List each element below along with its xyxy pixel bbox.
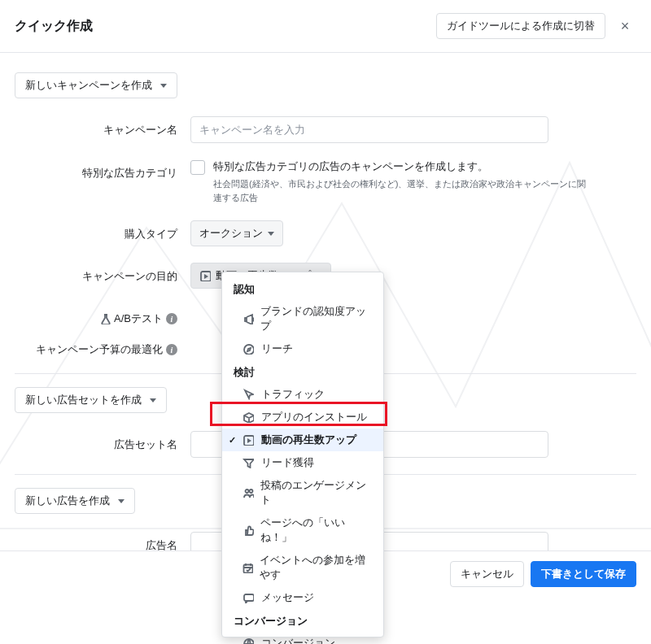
objective-option-lead-gen[interactable]: リード獲得 (222, 451, 383, 474)
option-label: アプリのインストール (261, 410, 367, 424)
option-label: メッセージ (261, 590, 314, 605)
option-label: 動画の再生数アップ (261, 433, 356, 447)
option-label: コンバージョン (261, 636, 335, 644)
option-label: 投稿のエンゲージメント (260, 478, 372, 507)
close-icon[interactable]: × (614, 15, 636, 37)
objective-option-brand-awareness[interactable]: ブランドの認知度アップ (222, 300, 383, 337)
buying-type-label: 購入タイプ (15, 220, 177, 242)
save-draft-button[interactable]: 下書きとして保存 (531, 561, 636, 587)
option-label: イベントへの参加を増やす (260, 553, 372, 582)
cancel-button[interactable]: キャンセル (450, 561, 524, 587)
create-campaign-dropdown[interactable]: 新しいキャンペーンを作成 (15, 72, 177, 98)
cube-icon (242, 411, 255, 423)
chat-icon (242, 592, 255, 603)
globe-icon (242, 637, 255, 644)
play-icon (199, 270, 211, 281)
special-category-text: 特別な広告カテゴリの広告のキャンペーンを作成します。 (213, 159, 588, 174)
option-label: リーチ (261, 342, 293, 356)
budget-opt-label: キャンペーン予算の最適化 i (15, 336, 177, 357)
modal-title: クイック作成 (15, 18, 93, 35)
option-label: ページへの「いいね！」 (260, 516, 372, 545)
megaphone-icon (242, 313, 254, 324)
adset-name-label: 広告セット名 (15, 431, 177, 452)
like-icon (242, 524, 254, 536)
objective-option-engagement[interactable]: 投稿のエンゲージメント (222, 474, 383, 511)
chevron-down-icon (118, 499, 125, 503)
objective-menu: 認知ブランドの認知度アップリーチ検討トラフィックアプリのインストール✓動画の再生… (221, 272, 384, 637)
compass-icon (242, 343, 255, 355)
ab-test-label: A/Bテスト i (15, 305, 177, 326)
objective-option-reach[interactable]: リーチ (222, 337, 383, 360)
objective-option-traffic[interactable]: トラフィック (222, 383, 383, 406)
people-icon (242, 487, 254, 498)
chevron-down-icon (150, 398, 156, 402)
objective-label: キャンペーンの目的 (15, 263, 177, 284)
info-icon[interactable]: i (166, 313, 177, 324)
menu-group-label: コンバージョン (222, 609, 383, 632)
option-label: トラフィック (261, 387, 325, 402)
objective-option-video-views[interactable]: ✓動画の再生数アップ (222, 429, 383, 451)
campaign-name-label: キャンペーン名 (15, 116, 177, 137)
option-label: ブランドの認知度アップ (260, 304, 372, 333)
check-icon: ✓ (229, 435, 236, 446)
campaign-name-input[interactable] (190, 116, 548, 143)
objective-option-app-install[interactable]: アプリのインストール (222, 406, 383, 429)
cursor-icon (242, 389, 255, 400)
menu-group-label: 検討 (222, 360, 383, 383)
play-icon (242, 434, 255, 446)
create-ad-dropdown[interactable]: 新しい広告を作成 (15, 488, 135, 514)
chevron-down-icon (268, 232, 274, 236)
special-category-help: 社会問題(経済や、市民および社会の権利など)、選挙、または政治家や政治キャンペー… (213, 177, 588, 204)
objective-option-messages[interactable]: メッセージ (222, 586, 383, 609)
special-category-label: 特別な広告カテゴリ (15, 159, 177, 181)
funnel-icon (242, 457, 255, 468)
objective-option-event-response[interactable]: イベントへの参加を増やす (222, 549, 383, 586)
menu-group-label: 認知 (222, 277, 383, 300)
option-label: リード獲得 (261, 455, 314, 470)
special-category-checkbox[interactable] (190, 160, 205, 175)
flask-icon (99, 313, 111, 324)
create-adset-dropdown[interactable]: 新しい広告セットを作成 (15, 387, 167, 413)
chevron-down-icon (160, 84, 167, 88)
objective-option-conversions[interactable]: コンバージョン (222, 632, 383, 644)
info-icon[interactable]: i (166, 344, 177, 355)
buying-type-dropdown[interactable]: オークション (190, 220, 283, 246)
switch-to-guided-button[interactable]: ガイドツールによる作成に切替 (436, 13, 605, 39)
calendar-icon (242, 562, 253, 573)
objective-option-page-likes[interactable]: ページへの「いいね！」 (222, 511, 383, 549)
